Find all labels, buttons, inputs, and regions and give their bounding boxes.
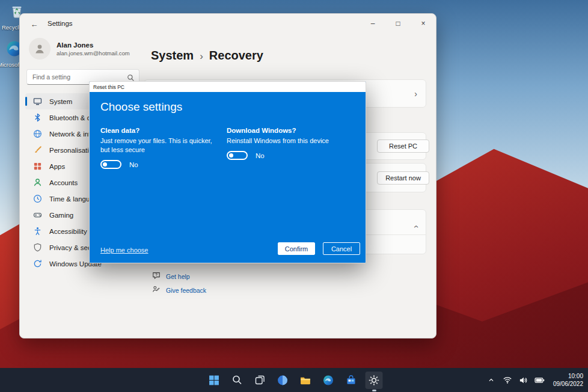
help-me-choose-link[interactable]: Help me choose (100, 247, 149, 254)
toggle-knob (229, 153, 233, 158)
page-title: Recovery (209, 49, 263, 63)
dialog-body: Choose settings Clean data? Just remove … (90, 92, 366, 263)
chevron-up-icon: › (411, 225, 421, 228)
give-feedback-link[interactable]: Give feedback (152, 285, 206, 296)
volume-icon[interactable] (518, 375, 529, 385)
clock-icon (32, 194, 42, 204)
tray-time: 10:00 (553, 372, 583, 380)
dialog-title: Reset this PC (93, 84, 124, 90)
back-button[interactable]: ← (27, 17, 41, 31)
account-profile[interactable]: Alan Jones alan.jones.wm@hotmail.com (29, 38, 138, 60)
edge-button[interactable] (320, 372, 337, 389)
profile-email: alan.jones.wm@hotmail.com (57, 50, 130, 57)
toggle-switch-icon[interactable] (227, 151, 248, 160)
store-icon (346, 375, 357, 386)
window-title: Settings (47, 20, 73, 27)
sidebar-item-label: Gaming (49, 212, 73, 219)
hidden-icons-chevron-icon[interactable] (486, 375, 497, 385)
selection-indicator (25, 97, 27, 106)
edge-icon (323, 375, 334, 386)
breadcrumb-root[interactable]: System (151, 49, 194, 63)
start-button[interactable] (206, 372, 223, 389)
store-button[interactable] (343, 372, 360, 389)
back-arrow-icon: ← (31, 20, 38, 29)
monitor-icon (32, 97, 42, 106)
restart-now-button[interactable]: Restart now (377, 171, 429, 185)
sidebar-item-label: Accounts (49, 179, 78, 186)
option-clean-data: Clean data? Just remove your files. This… (100, 127, 222, 169)
apps-grid-icon (32, 162, 42, 171)
dialog-heading: Choose settings (100, 100, 182, 114)
system-tray: 10:00 09/06/2022 (486, 368, 583, 392)
download-windows-toggle[interactable]: No (227, 151, 358, 160)
reset-pc-dialog: Reset this PC Choose settings Clean data… (89, 81, 366, 263)
breadcrumb: System › Recovery (151, 49, 263, 63)
search-icon (231, 375, 242, 385)
feedback-icon (152, 285, 161, 296)
reset-pc-button[interactable]: Reset PC (377, 139, 429, 153)
chevron-right-icon: › (414, 89, 417, 99)
desktop: Recycle Bin Microsoft Edge ← Settings – … (0, 0, 588, 392)
toggle-switch-icon[interactable] (100, 160, 121, 169)
window-titlebar: ← Settings – □ × (20, 14, 436, 34)
brush-icon (32, 145, 42, 155)
get-help-label: Get help (166, 273, 190, 280)
clean-data-toggle[interactable]: No (100, 160, 222, 169)
battery-icon[interactable] (534, 375, 545, 385)
widgets-icon (277, 375, 289, 386)
widgets-button[interactable] (274, 372, 292, 389)
sidebar-item-label: System (49, 98, 72, 105)
give-feedback-label: Give feedback (166, 287, 206, 294)
globe-icon (32, 129, 42, 139)
breadcrumb-separator-icon: › (200, 51, 203, 63)
option-description: Just remove your files. This is quicker,… (100, 136, 222, 155)
bluetooth-icon (32, 113, 42, 123)
maximize-button[interactable]: □ (385, 14, 411, 32)
toggle-state-label: No (129, 161, 138, 168)
file-explorer-icon (300, 375, 311, 386)
toggle-state-label: No (256, 152, 265, 159)
update-icon (32, 259, 42, 269)
confirm-button[interactable]: Confirm (278, 242, 315, 255)
dialog-titlebar: Reset this PC (90, 82, 366, 92)
tray-date: 09/06/2022 (553, 380, 583, 388)
option-title: Download Windows? (227, 127, 358, 134)
option-description: Reinstall Windows from this device (227, 136, 358, 145)
accessibility-icon (32, 227, 42, 236)
task-view-icon (254, 375, 265, 385)
sidebar-item-label: Apps (49, 163, 65, 170)
minimize-button[interactable]: – (360, 14, 385, 32)
maximize-icon: □ (396, 19, 400, 28)
search-button[interactable] (228, 372, 246, 389)
taskbar: 10:00 09/06/2022 (0, 368, 588, 392)
profile-name: Alan Jones (57, 41, 130, 49)
cancel-button[interactable]: Cancel (323, 242, 360, 255)
wifi-icon[interactable] (502, 375, 513, 385)
sidebar-item-label: Accessibility (49, 228, 87, 235)
settings-button[interactable] (366, 372, 383, 389)
help-icon (152, 271, 161, 282)
option-download-windows: Download Windows? Reinstall Windows from… (227, 127, 358, 160)
close-icon: × (421, 19, 425, 28)
option-title: Clean data? (100, 127, 222, 134)
gear-icon (369, 375, 380, 386)
task-view-button[interactable] (251, 372, 269, 389)
close-button[interactable]: × (411, 14, 436, 32)
windows-logo-icon (209, 375, 220, 386)
shield-icon (32, 243, 42, 253)
get-help-link[interactable]: Get help (152, 271, 190, 282)
toggle-knob (103, 162, 107, 167)
gamepad-icon (32, 210, 42, 220)
minimize-icon: – (371, 19, 375, 28)
file-explorer-button[interactable] (297, 372, 314, 389)
clock[interactable]: 10:00 09/06/2022 (551, 372, 583, 388)
person-icon (32, 178, 42, 188)
avatar (29, 38, 51, 60)
